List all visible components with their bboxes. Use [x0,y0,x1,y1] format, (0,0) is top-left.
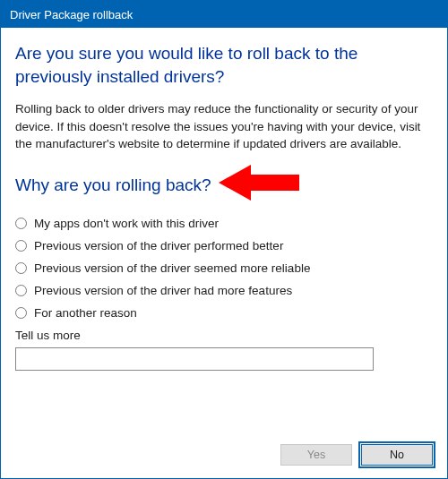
why-row: Why are you rolling back? [15,162,433,208]
reason-option[interactable]: My apps don't work with this driver [15,217,433,230]
reason-label: Previous version of the driver had more … [34,284,292,297]
reason-label: My apps don't work with this driver [34,217,219,230]
reason-radio[interactable] [15,240,27,252]
no-button[interactable]: No [361,444,433,466]
reason-label: Previous version of the driver performed… [34,239,283,252]
reason-radio[interactable] [15,262,27,274]
annotation-arrow-icon [219,162,299,207]
reason-option[interactable]: For another reason [15,306,433,320]
reason-label: Previous version of the driver seemed mo… [34,261,310,275]
rollback-reason-group: My apps don't work with this driver Prev… [15,217,433,320]
tell-us-more-input[interactable] [15,347,374,371]
dialog-content: Are you sure you would like to roll back… [1,28,447,371]
reason-radio[interactable] [15,285,27,296]
reason-option[interactable]: Previous version of the driver performed… [15,239,433,252]
body-text: Rolling back to older drivers may reduce… [15,100,433,153]
tell-us-more-label: Tell us more [15,329,433,342]
titlebar: Driver Package rollback [1,1,447,28]
yes-button: Yes [280,444,352,466]
reason-option[interactable]: Previous version of the driver had more … [15,284,433,297]
reason-radio[interactable] [15,307,27,319]
reason-option[interactable]: Previous version of the driver seemed mo… [15,261,433,275]
why-heading: Why are you rolling back? [15,175,211,197]
dialog-window: Driver Package rollback Are you sure you… [0,0,448,479]
reason-radio[interactable] [15,218,27,229]
dialog-button-row: Yes No [280,444,433,466]
arrow-shape [219,165,299,201]
main-heading: Are you sure you would like to roll back… [15,42,433,88]
reason-label: For another reason [34,306,137,320]
window-title: Driver Package rollback [10,8,133,21]
